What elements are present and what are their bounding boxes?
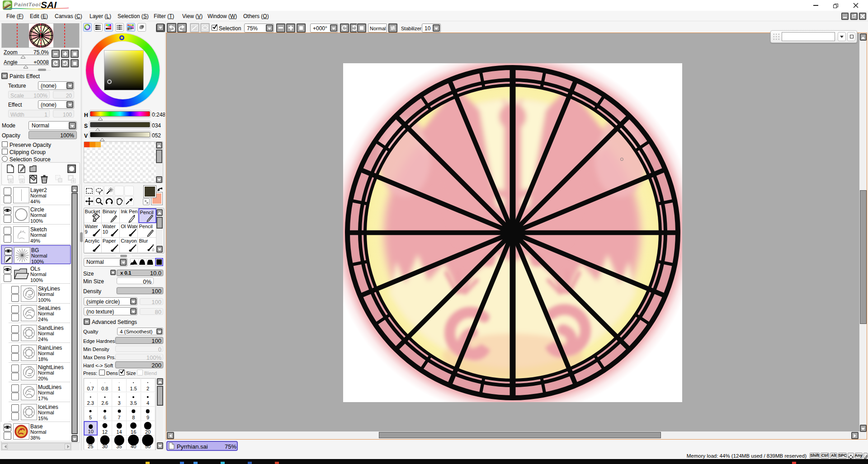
svg-text:PaintTool: PaintTool bbox=[14, 2, 41, 7]
